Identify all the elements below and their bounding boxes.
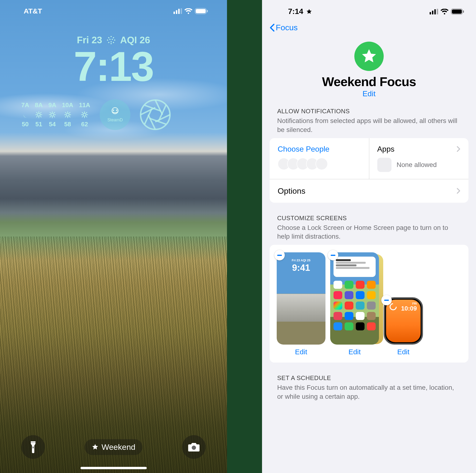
steam-label: SteamD (107, 117, 123, 123)
cellular-icon (173, 8, 182, 14)
temp-label: 51 (35, 121, 42, 128)
star-icon (360, 48, 377, 65)
svg-rect-50 (430, 12, 431, 15)
svg-line-12 (36, 112, 37, 113)
lock-screen-preview[interactable]: Fri 23 AQI 25 9:41 Edit (277, 252, 325, 356)
focus-pill[interactable]: Weekend (85, 439, 142, 455)
edit-home-button[interactable]: Edit (348, 348, 361, 356)
svg-line-24 (54, 112, 55, 113)
customize-screens-card: Fri 23 AQI 25 9:41 Edit (270, 245, 468, 362)
svg-point-16 (51, 113, 54, 116)
svg-point-25 (66, 113, 69, 116)
remove-badge[interactable] (381, 295, 392, 305)
apps-label: Apps (377, 145, 395, 153)
activity-ring-icon (389, 303, 397, 310)
remove-badge[interactable] (274, 250, 285, 261)
svg-line-42 (86, 112, 87, 113)
temp-label: 62 (81, 121, 88, 128)
page-title: Weekend Focus (262, 74, 476, 89)
svg-line-21 (50, 112, 51, 113)
svg-rect-1 (176, 10, 177, 14)
svg-point-57 (390, 304, 396, 310)
svg-point-34 (83, 113, 86, 116)
weather-hour: 9A54 (49, 101, 56, 128)
svg-rect-51 (432, 11, 433, 15)
flashlight-icon (28, 441, 38, 453)
hour-label: 11A (79, 101, 90, 109)
svg-rect-6 (207, 10, 208, 12)
choose-people-label: Choose People (278, 145, 329, 153)
camera-icon (188, 442, 200, 452)
svg-line-14 (36, 116, 37, 117)
moon-icon (22, 111, 29, 118)
svg-rect-2 (178, 9, 180, 14)
hour-label: 10A (62, 101, 73, 109)
edit-name-button[interactable]: Edit (262, 89, 476, 98)
photo-wheel-widget[interactable] (140, 99, 171, 130)
options-button[interactable]: Options (270, 179, 468, 203)
choose-people-button[interactable]: Choose People (270, 138, 369, 179)
svg-line-33 (69, 112, 70, 113)
flashlight-button[interactable] (21, 435, 45, 459)
weather-widget[interactable]: 7A508A519A5410A5811A62 (21, 101, 90, 128)
chevron-right-icon (457, 188, 460, 194)
svg-rect-47 (33, 446, 34, 448)
people-avatars (278, 158, 361, 170)
status-bar: AT&T (0, 7, 227, 15)
lock-screen-thumbnail: Fri 23 AQI 25 9:41 (277, 252, 325, 344)
section-header-customize: CUSTOMIZE SCREENS (262, 214, 476, 223)
svg-rect-53 (437, 9, 438, 15)
weather-hour: 7A50 (21, 101, 29, 128)
star-icon (306, 9, 312, 15)
back-button[interactable]: Focus (262, 18, 476, 37)
camera-button[interactable] (182, 435, 206, 459)
sun-icon (64, 111, 71, 118)
battery-icon (195, 8, 208, 14)
home-indicator[interactable] (81, 467, 147, 469)
watch-face-preview[interactable]: FRI 10:09 Edit (384, 297, 423, 356)
chevron-left-icon (269, 23, 275, 32)
apps-button[interactable]: Apps None allowed (369, 138, 469, 179)
lock-screen: AT&T Fri 23 AQI 26 7:13 7A508A519A5410A5… (0, 0, 227, 473)
hour-label: 8A (35, 101, 43, 109)
svg-line-39 (82, 112, 83, 113)
sun-icon (35, 111, 42, 118)
controller-icon (109, 107, 121, 117)
svg-rect-52 (434, 9, 436, 15)
hour-label: 9A (49, 101, 56, 109)
temp-label: 50 (22, 121, 29, 128)
svg-point-49 (192, 446, 196, 450)
section-desc-notifications: Notifications from selected apps will be… (262, 116, 476, 138)
edit-watch-button[interactable]: Edit (397, 348, 409, 356)
mini-lock-time: 9:41 (277, 263, 325, 273)
svg-line-15 (40, 112, 41, 113)
svg-rect-3 (181, 8, 182, 14)
svg-rect-5 (196, 9, 206, 13)
svg-line-23 (50, 116, 51, 117)
edit-lock-button[interactable]: Edit (295, 348, 307, 356)
wifi-icon (441, 9, 449, 15)
steam-deck-widget[interactable]: SteamD (100, 99, 130, 130)
watch-time: 10:09 (401, 305, 417, 312)
status-time: 7:14 (288, 7, 303, 16)
section-header-schedule: SET A SCHEDULE (262, 374, 476, 383)
sun-icon (49, 111, 56, 118)
svg-line-31 (69, 116, 70, 117)
svg-line-30 (65, 112, 66, 113)
svg-line-40 (86, 116, 87, 117)
home-screen-preview[interactable]: Edit (330, 252, 379, 356)
focus-name: Weekend (102, 442, 136, 452)
svg-rect-55 (452, 9, 462, 14)
mini-lock-date: Fri 23 AQI 25 (277, 259, 325, 262)
aperture-icon (140, 99, 171, 130)
svg-point-7 (37, 113, 40, 116)
chevron-right-icon (457, 146, 460, 152)
svg-line-13 (40, 116, 41, 117)
weather-hour: 8A51 (35, 101, 43, 128)
focus-settings-screen: 7:14 Focus Weekend Focus Edit ALLOW NOTI… (262, 0, 476, 473)
remove-badge[interactable] (328, 250, 338, 261)
svg-point-46 (141, 100, 170, 129)
weather-hour: 10A58 (62, 101, 73, 128)
apps-sub-label: None allowed (397, 161, 437, 169)
svg-point-45 (116, 110, 118, 111)
